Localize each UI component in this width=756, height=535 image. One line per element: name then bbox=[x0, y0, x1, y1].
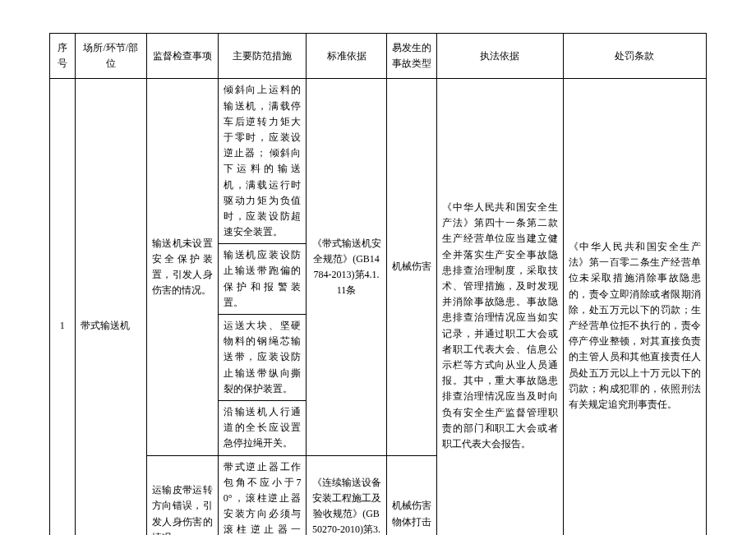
cell-inspect-2: 运输皮带运转方向错误，引发人身伤害的情况。 bbox=[146, 455, 218, 535]
cell-measure-3: 运送大块、坚硬物料的钢绳芯输送带，应装设防止输送带纵向撕裂的保护装置。 bbox=[218, 315, 307, 401]
cell-measure-5: 带式逆止器工作包角不应小于70°，滚柱逆止器安装方向必须与滚柱逆止器一致，安装后… bbox=[218, 455, 307, 535]
header-law: 执法依据 bbox=[437, 34, 564, 79]
cell-seq: 1 bbox=[50, 79, 76, 535]
cell-standard-1: 《带式输送机安全规范》(GB14784-2013)第4.1.11条 bbox=[307, 79, 386, 455]
header-penalty: 处罚条款 bbox=[563, 34, 706, 79]
cell-standard-2: 《连续输送设备安装工程施工及验收规范》(GB50270-2010)第3.0.10… bbox=[307, 455, 386, 535]
header-seq: 序号 bbox=[50, 34, 76, 79]
header-accident: 易发生的事故类型 bbox=[386, 34, 436, 79]
cell-accident-2: 机械伤害物体打击 bbox=[386, 455, 436, 535]
cell-measure-4: 沿输送机人行通道的全长应设置急停拉绳开关。 bbox=[218, 400, 307, 455]
cell-law: 《中华人民共和国安全生产法》第四十一条第二款生产经营单位应当建立健全并落实生产安… bbox=[437, 79, 564, 535]
cell-accident-1: 机械伤害 bbox=[386, 79, 436, 455]
cell-measure-1: 倾斜向上运料的输送机，满载停车后逆转力矩大于零时，应装设逆止器； 倾斜向下运料的… bbox=[218, 79, 307, 244]
cell-measure-2: 输送机应装设防止输送带跑偏的保护和报警装置。 bbox=[218, 244, 307, 315]
cell-penalty: 《中华人民共和国安全生产法》第一百零二条生产经营单位未采取措施消除事故隐患的，责… bbox=[563, 79, 706, 535]
cell-inspect-1: 输送机未设置安全保护装置，引发人身伤害的情况。 bbox=[146, 79, 218, 455]
compliance-table: 序号 场所/环节/部位 监督检查事项 主要防范措施 标准依据 易发生的事故类型 … bbox=[49, 33, 707, 535]
header-inspect: 监督检查事项 bbox=[146, 34, 218, 79]
header-standard: 标准依据 bbox=[307, 34, 386, 79]
table-row: 1 带式输送机 输送机未设置安全保护装置，引发人身伤害的情况。 倾斜向上运料的输… bbox=[50, 79, 707, 244]
header-measure: 主要防范措施 bbox=[218, 34, 307, 79]
table-header-row: 序号 场所/环节/部位 监督检查事项 主要防范措施 标准依据 易发生的事故类型 … bbox=[50, 34, 707, 79]
header-place: 场所/环节/部位 bbox=[75, 34, 146, 79]
cell-place: 带式输送机 bbox=[75, 79, 146, 535]
